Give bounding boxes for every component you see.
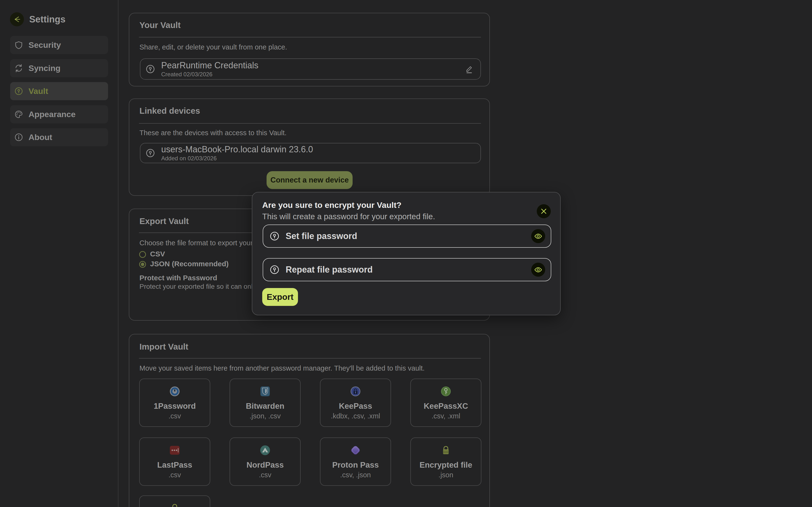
- sidebar-item-label: Security: [29, 40, 61, 50]
- protonpass-icon: [350, 445, 361, 456]
- tile-formats: .csv, .xml: [432, 412, 460, 420]
- linked-devices-card: Linked devices These are the devices wit…: [129, 99, 490, 196]
- tile-name: Bitwarden: [246, 401, 285, 411]
- close-icon: [540, 208, 547, 215]
- tile-formats: .json: [439, 471, 453, 479]
- tile-name: NordPass: [247, 460, 284, 469]
- onepassword-icon: [169, 386, 180, 397]
- key-icon: [14, 87, 23, 95]
- input-placeholder: Set file password: [286, 231, 531, 241]
- sidebar-item-label: Appearance: [29, 110, 75, 119]
- sidebar-item-label: About: [29, 132, 52, 142]
- sidebar-item-appearance[interactable]: Appearance: [10, 105, 108, 123]
- sidebar-item-label: Syncing: [29, 63, 60, 73]
- eye-icon: [534, 233, 542, 239]
- protect-with-password-title: Protect with Password: [140, 274, 217, 282]
- palette-icon: [14, 110, 23, 119]
- vault-row-texts: PearRuntime Credentials Created 02/03/20…: [161, 60, 465, 78]
- tile-name: Proton Pass: [332, 460, 379, 469]
- repeat-file-password-input[interactable]: Repeat file password: [263, 258, 551, 281]
- your-vault-card: Your Vault Share, edit, or delete your v…: [129, 13, 490, 87]
- sidebar-item-label: Vault: [29, 87, 48, 96]
- connect-new-device-button[interactable]: Connect a new device: [266, 171, 353, 189]
- sidebar-item-vault[interactable]: Vault: [10, 82, 108, 100]
- card-title: Linked devices: [140, 106, 200, 116]
- radio-label: CSV: [150, 250, 165, 258]
- set-file-password-input[interactable]: Set file password: [263, 225, 551, 248]
- tile-name: 1Password: [154, 401, 196, 411]
- eye-icon: [534, 267, 542, 273]
- info-icon: [14, 133, 23, 142]
- back-button[interactable]: [10, 12, 24, 26]
- radio-circle-icon: [139, 251, 146, 258]
- encrypt-vault-dialog: Are you sure to encrypt your Vault? This…: [252, 192, 561, 315]
- import-tile-nordpass[interactable]: NordPass .csv: [230, 438, 301, 486]
- radio-circle-checked-icon: [139, 261, 146, 268]
- sidebar-item-security[interactable]: Security: [10, 36, 108, 54]
- import-vault-card: Import Vault Move your saved items here …: [129, 334, 490, 507]
- import-tile-partial[interactable]: [139, 495, 210, 507]
- tile-name: LastPass: [157, 460, 192, 469]
- tile-formats: .json, .csv: [250, 412, 281, 420]
- import-tile-keepass[interactable]: KeePass .kdbx, .csv, .xml: [320, 379, 391, 427]
- bitwarden-icon: [260, 386, 270, 397]
- tile-formats: .csv: [259, 471, 271, 479]
- toggle-password-visibility-button[interactable]: [531, 229, 545, 243]
- divider: [139, 123, 481, 124]
- key-icon: [146, 149, 155, 158]
- device-row-texts: users-MacBook-Pro.local darwin 23.6.0 Ad…: [161, 144, 474, 162]
- key-icon: [270, 265, 280, 275]
- keepass-icon: [350, 386, 361, 397]
- tile-name: KeePassXC: [424, 401, 468, 411]
- close-button[interactable]: [537, 204, 551, 218]
- vault-name: PearRuntime Credentials: [161, 60, 465, 71]
- tile-formats: .csv: [168, 412, 181, 420]
- device-row[interactable]: users-MacBook-Pro.local darwin 23.6.0 Ad…: [140, 143, 481, 163]
- card-description: These are the devices with access to thi…: [140, 128, 287, 137]
- tile-formats: .kdbx, .csv, .xml: [331, 412, 380, 420]
- import-tile-encrypted-file[interactable]: Encrypted file .json: [410, 438, 481, 486]
- lock-icon: [441, 445, 451, 456]
- lastpass-icon: [169, 445, 180, 456]
- dialog-title: Are you sure to encrypt your Vault?: [262, 200, 401, 210]
- import-tile-bitwarden[interactable]: Bitwarden .json, .csv: [230, 379, 301, 427]
- vault-row[interactable]: PearRuntime Credentials Created 02/03/20…: [140, 58, 481, 80]
- input-placeholder: Repeat file password: [286, 265, 531, 275]
- toggle-password-visibility-button[interactable]: [531, 263, 545, 277]
- sidebar-divider: [118, 0, 118, 507]
- device-name: users-MacBook-Pro.local darwin 23.6.0: [161, 144, 474, 155]
- card-title: Your Vault: [140, 20, 181, 30]
- pencil-icon[interactable]: [465, 65, 474, 73]
- import-tile-lastpass[interactable]: LastPass .csv: [139, 438, 210, 486]
- card-title: Export Vault: [140, 216, 189, 226]
- keepassxc-icon: [441, 386, 451, 397]
- radio-label: JSON (Recommended): [150, 260, 229, 268]
- sync-icon: [14, 64, 23, 72]
- sidebar-item-about[interactable]: About: [10, 128, 108, 146]
- device-added-date: Added on 02/03/2026: [161, 155, 474, 162]
- card-title: Import Vault: [140, 342, 188, 352]
- dialog-subtitle: This will create a password for your exp…: [262, 212, 435, 221]
- radio-json[interactable]: JSON (Recommended): [139, 260, 229, 269]
- export-button[interactable]: Export: [262, 288, 298, 306]
- nordpass-icon: [260, 445, 270, 456]
- import-tile-1password[interactable]: 1Password .csv: [139, 379, 210, 427]
- key-icon: [146, 64, 155, 74]
- divider: [139, 358, 481, 358]
- shield-icon: [14, 41, 23, 49]
- arrow-left-icon: [13, 15, 21, 23]
- radio-csv[interactable]: CSV: [139, 250, 165, 259]
- divider: [139, 37, 481, 38]
- sidebar: Settings Security Syncing Vault Appearan…: [0, 0, 118, 507]
- tile-name: KeePass: [339, 401, 372, 411]
- import-tile-protonpass[interactable]: Proton Pass .csv, .json: [320, 438, 391, 486]
- page-title: Settings: [29, 14, 65, 25]
- import-tile-keepassxc[interactable]: KeePassXC .csv, .xml: [410, 379, 481, 427]
- sidebar-item-syncing[interactable]: Syncing: [10, 59, 108, 77]
- vault-created-date: Created 02/03/2026: [161, 71, 465, 78]
- lock-icon: [169, 503, 180, 507]
- tile-formats: .csv: [168, 471, 181, 479]
- tile-formats: .csv, .json: [340, 471, 371, 479]
- key-icon: [270, 231, 280, 241]
- card-description: Share, edit, or delete your vault from o…: [140, 43, 287, 51]
